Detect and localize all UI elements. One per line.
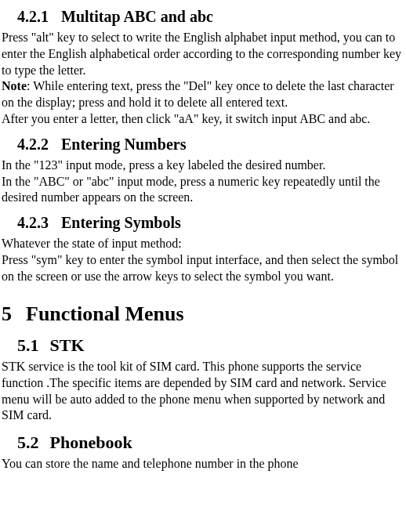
- heading-4-2-1: 4.2.1Multitap ABC and abc: [17, 6, 404, 27]
- paragraph: In the "123" input mode, press a key lab…: [2, 157, 404, 174]
- heading-number: 4.2.3: [17, 212, 49, 233]
- heading-number: 4.2.1: [17, 6, 49, 27]
- heading-5: 5Functional Menus: [2, 301, 404, 328]
- heading-title: STK: [50, 335, 85, 355]
- paragraph: You can store the name and telephone num…: [2, 456, 404, 472]
- heading-5-2: 5.2Phonebook: [17, 432, 404, 454]
- heading-title: Functional Menus: [26, 302, 184, 325]
- heading-4-2-2: 4.2.2Entering Numbers: [17, 134, 404, 154]
- heading-number: 5: [2, 301, 12, 328]
- paragraph: Press "alt" key to select to write the E…: [2, 30, 404, 78]
- paragraph: After you enter a letter, then click "aA…: [2, 111, 404, 128]
- heading-title: Entering Symbols: [61, 214, 181, 231]
- note-body: : While entering text, press the "Del" k…: [2, 79, 394, 109]
- heading-number: 4.2.2: [17, 134, 49, 154]
- heading-number: 5.1: [17, 335, 39, 357]
- heading-title: Entering Numbers: [61, 136, 186, 153]
- heading-title: Phonebook: [50, 432, 132, 452]
- paragraph: Note: While entering text, press the "De…: [2, 78, 404, 111]
- heading-4-2-3: 4.2.3Entering Symbols: [17, 212, 404, 233]
- heading-5-1: 5.1STK: [17, 335, 404, 357]
- heading-title: Multitap ABC and abc: [61, 8, 213, 25]
- note-label: Note: [2, 79, 27, 92]
- paragraph: In the "ABC" or "abc" input mode, press …: [2, 174, 404, 207]
- paragraph: Press "sym" key to enter the symbol inpu…: [2, 252, 404, 285]
- paragraph: Whatever the state of input method:: [2, 236, 404, 252]
- heading-number: 5.2: [17, 432, 39, 454]
- paragraph: STK service is the tool kit of SIM card.…: [2, 359, 404, 424]
